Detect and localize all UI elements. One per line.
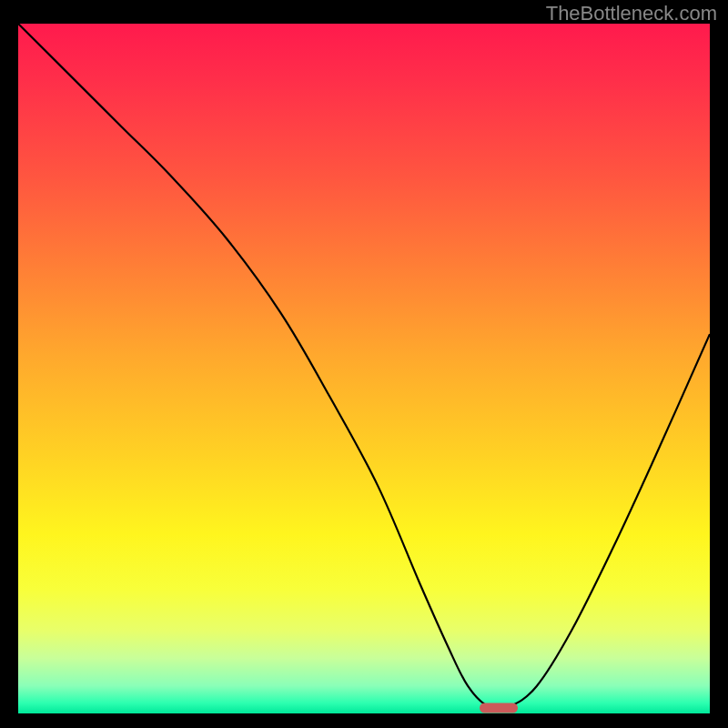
chart-plot-area [18, 24, 710, 713]
optimal-point-marker [480, 703, 518, 713]
bottleneck-curve-path [18, 24, 710, 709]
attribution-text: TheBottleneck.com [546, 2, 717, 25]
bottleneck-curve-svg [18, 24, 710, 713]
